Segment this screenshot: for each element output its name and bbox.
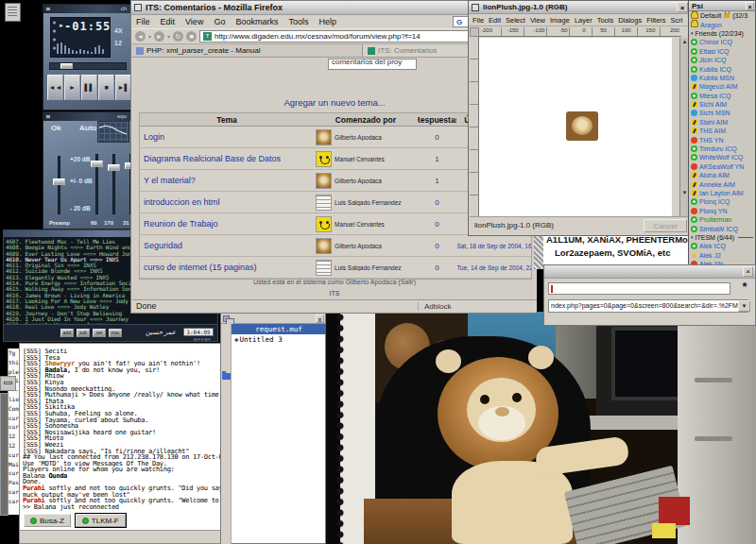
topic-link[interactable]: curso de internet (15 paginas) [140,257,314,278]
preamp-slider[interactable] [53,156,66,214]
topic-link[interactable]: Seguridad [140,235,314,256]
buddy-item[interactable]: SimbaW ICQ [689,224,755,232]
eq-band-slider[interactable] [91,154,104,214]
buffer-list-item[interactable]: request.muf [232,324,326,334]
topic-link[interactable]: Login [140,127,314,147]
address-combobox[interactable]: ndex.php?pages=0&page=0&screen=800&searc… [548,299,748,313]
gimp-canvas[interactable] [479,38,672,217]
forward-dropdown-icon[interactable]: ▾ [167,33,170,40]
gimp-menu-filters[interactable]: Filters [646,16,665,25]
search-field[interactable] [548,282,730,295]
buddy-item[interactable]: Kublia MSN [689,74,755,82]
buddy-item[interactable]: Plonq ICQ [689,197,755,206]
buddy-item[interactable]: Mtesa ICQ [689,92,755,100]
buddy-item[interactable]: Plonq YN [689,207,755,215]
back-icon[interactable]: ◄ [135,31,146,42]
forward-icon[interactable]: ► [154,31,164,42]
buddy-item[interactable]: Timduru ICQ [689,144,755,153]
buddy-item[interactable]: Sichi MSN [689,109,755,117]
gimp-menu-image[interactable]: Image [550,16,570,25]
buddy-item[interactable]: Eltasi ICQ [689,47,755,56]
playlist-sel-button[interactable]: sel [93,329,106,337]
gimp-titlebar[interactable]: lionPlush.jpg-1.0 (RGB) × [469,1,690,14]
window-menu-box[interactable] [0,376,16,391]
tab-1[interactable]: PHP: xml_parser_create - Manual [131,44,363,57]
buddy-item[interactable]: Mageuzi AIM [689,82,755,91]
buddy-item[interactable]: Kublia ICQ [689,64,755,73]
winamp-menu-icon[interactable] [45,7,51,11]
stop-icon[interactable]: ■ [186,31,197,42]
chevron-down-icon[interactable]: ▼ [738,300,750,312]
close-icon[interactable]: × [743,266,753,277]
desktop-icon[interactable] [2,2,25,26]
playlist-msc-button[interactable]: msc [109,329,122,337]
topic-link[interactable]: Diagrama Realcional Base de Datos [140,148,314,169]
seek-handle[interactable] [60,63,73,69]
roster-folder-aragon[interactable]: Aragon [689,20,755,28]
profile-row[interactable]: Default(32/3 [689,11,755,20]
eq-on-button[interactable]: Ok [51,124,61,132]
menu-item-go[interactable]: Go [214,17,225,26]
eq-band-slider[interactable] [108,154,121,214]
cancel-button[interactable]: Cancel [644,219,687,232]
equalizer-menu-icon[interactable] [45,114,51,119]
buddy-item[interactable]: Sichi AIM [689,100,755,109]
buddy-item[interactable]: Ian Layton AIM [689,189,755,197]
folder-icon[interactable] [222,373,231,380]
close-icon[interactable]: × [677,2,688,12]
menu-item-edit[interactable]: Edit [161,17,176,26]
eq-auto-button[interactable]: Auto [79,124,96,132]
author-name[interactable]: Manuel Cervantes [335,221,385,228]
stop-button[interactable]: ■ [98,75,114,100]
ruler-corner[interactable] [470,27,479,37]
topic-link[interactable]: Reunion de Trabajo [140,213,314,234]
session-button-busa-z[interactable]: Busa-Z [24,514,71,527]
author-name[interactable]: Luis Salgado Fernandez [335,264,401,271]
topic-link[interactable]: introduccion en html [140,192,314,212]
next-button[interactable]: ►▌ [115,75,131,100]
fragment-titlebar[interactable]: × [544,265,755,279]
window-icon[interactable] [472,4,479,11]
gimp-menu-dialogs[interactable]: Dialogs [618,16,642,25]
buddy-item[interactable]: THS YN [689,135,755,144]
close-icon[interactable]: x [316,314,324,323]
buddy-item[interactable]: Alek J2 [689,251,755,260]
winamp-seek-bar[interactable] [49,62,127,70]
group-itesm[interactable]: ▾ITESM (6/44) [689,233,755,242]
gimp-menu-file[interactable]: File [472,16,484,25]
editor-titlebar[interactable]: x [221,314,325,324]
menu-item-view[interactable]: View [185,17,203,26]
menu-item-bookmarks[interactable]: Bookmarks [235,17,278,26]
playlist-sub-button[interactable]: sub [77,329,90,337]
gimp-menu-layer[interactable]: Layer [575,16,593,25]
window-icon[interactable] [134,4,142,11]
gimp-menu-tools[interactable]: Tools [597,16,614,25]
buddy-item[interactable]: Pruiterman [689,215,755,224]
gimp-menu-edit[interactable]: Edit [489,16,501,25]
last-post-date[interactable]: Sat, 18 de Sep de 2004, 16:50 [456,235,531,256]
author-name[interactable]: Gilberto Apodaca [335,134,382,141]
author-name[interactable]: Gilberto Apodaca [335,178,382,184]
author-name[interactable]: Gilberto Apodaca [335,243,382,249]
topic-link[interactable]: Y el material? [140,170,314,191]
author-name[interactable]: Manuel Cervantes [335,156,385,162]
psi-titlebar[interactable]: Psi × [689,1,755,11]
play-button[interactable]: ► [64,75,80,100]
site-home-link[interactable]: ITS [132,290,537,297]
prev-button[interactable]: ◄◄ [47,75,63,100]
buddy-item[interactable]: Anneke AIM [689,179,755,188]
group-friends[interactable]: ▾Friends (22/234) [689,29,755,38]
buddy-item[interactable]: Stahi AIM [689,118,755,127]
menu-item-file[interactable]: File [136,17,150,26]
close-icon[interactable]: × [746,2,754,10]
gimp-menu-scri[interactable]: Scri [671,16,683,25]
menu-item-tools[interactable]: Tools [288,17,308,26]
winamp-lcd-display[interactable]: ► -01:55 [50,17,111,58]
reload-icon[interactable]: ↻ [173,31,183,42]
buddy-item[interactable]: WhiteWolf ICQ [689,153,755,162]
buddy-item[interactable]: Aloha AIM [689,171,755,179]
gear-icon[interactable]: * [738,280,751,294]
author-name[interactable]: Luis Salgado Fernandez [335,199,401,206]
buddy-item[interactable]: Chinor ICQ [689,38,755,46]
buddy-item[interactable]: Jicin ICQ [689,56,755,64]
